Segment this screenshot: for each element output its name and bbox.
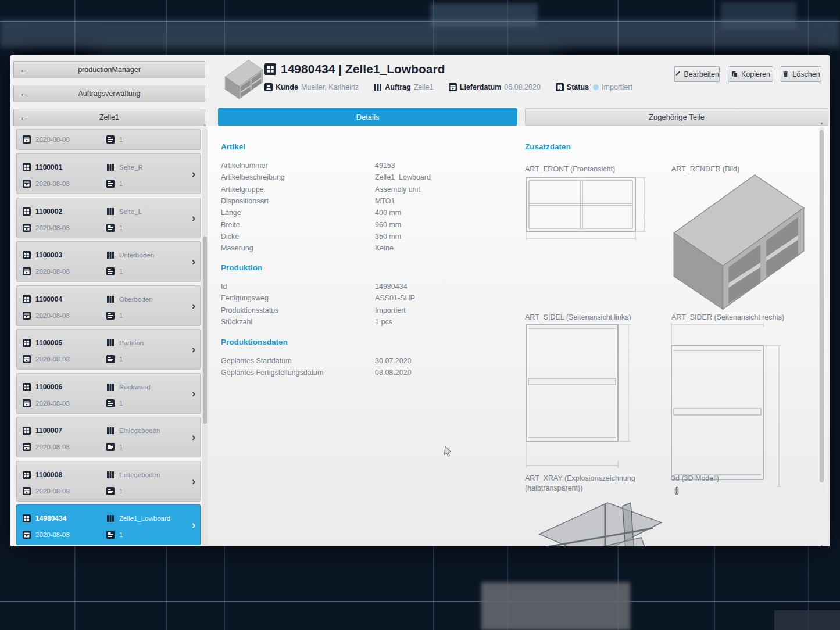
field-label: Dicke: [221, 232, 375, 241]
art-sidel-drawing: [525, 323, 644, 471]
content-scrollbar-thumb[interactable]: [820, 130, 824, 482]
nav-bar-auftragsverwaltung[interactable]: ← Auftragsverwaltung: [13, 85, 205, 102]
count-icon: [106, 312, 115, 320]
meta-value: Mueller, Karlheinz: [301, 83, 359, 91]
chevron-right-icon[interactable]: ›: [192, 299, 195, 312]
item-count: 1: [119, 356, 195, 363]
item-id: 1100003: [35, 251, 106, 259]
columns-icon: [106, 163, 115, 171]
attachment-paperclip-icon[interactable]: [673, 485, 681, 497]
list-item[interactable]: › 1100002 Seite_L 2020-08-08 1: [16, 198, 201, 238]
item-id: 1100002: [35, 207, 106, 216]
count-icon: [106, 224, 115, 232]
item-date: 2020-08-08: [35, 224, 106, 231]
item-id: 1100001: [35, 163, 106, 171]
field-value: 30.07.2020: [375, 357, 412, 365]
nav-bar-zelle1[interactable]: ← Zelle1: [13, 109, 205, 126]
columns-icon: [106, 471, 115, 479]
list-item-selected[interactable]: › 14980434 Zelle1_Lowboard 2020-08-08 1: [16, 504, 201, 545]
copy-icon: [731, 70, 738, 78]
figure-label-3d-model: 3d (3D Modell): [671, 474, 719, 484]
chevron-right-icon[interactable]: ›: [192, 519, 195, 531]
background-line: [0, 21, 840, 22]
chevron-right-icon[interactable]: ›: [192, 256, 195, 268]
edit-button[interactable]: Bearbeiten: [674, 66, 720, 82]
art-xray-drawing: [537, 498, 664, 546]
list-item-partial[interactable]: 2020-08-08 1: [16, 129, 201, 150]
background-band: [0, 20, 840, 48]
tab-related-parts[interactable]: Zugehörige Teile: [525, 108, 828, 126]
columns-icon: [106, 251, 115, 259]
field-value: 350 mm: [375, 232, 401, 241]
nav-bar-production-manager[interactable]: ← productionManager: [13, 61, 205, 78]
nav-label: Zelle1: [14, 113, 205, 121]
status-dot: [593, 84, 599, 90]
list-item[interactable]: › 1100004 Oberboden 2020-08-08 1: [16, 285, 201, 326]
grid-icon: [23, 427, 31, 435]
chevron-right-icon[interactable]: ›: [192, 212, 195, 224]
item-count: 1: [119, 531, 195, 538]
field-label: Id: [221, 282, 375, 291]
list-item[interactable]: › 1100008 Einlegeboden 2020-08-08 1: [16, 461, 201, 502]
field-value: Keine: [375, 244, 394, 252]
count-icon: [106, 135, 115, 144]
background-line: [0, 601, 840, 602]
delete-button[interactable]: Löschen: [781, 66, 821, 82]
meta-label: Kunde: [276, 83, 298, 91]
item-name: Oberboden: [119, 296, 195, 303]
list-item[interactable]: › 1100005 Partition 2020-08-08 1: [16, 329, 201, 370]
artikel-rows: Artikelnummer49153 ArtikelbeschreibungZe…: [221, 160, 431, 254]
calendar-icon: [23, 267, 31, 275]
chevron-right-icon[interactable]: ›: [192, 168, 195, 180]
field-label: Maserung: [221, 244, 375, 252]
field-value: 49153: [375, 162, 395, 170]
copy-button[interactable]: Kopieren: [728, 66, 773, 82]
content-scrollbar[interactable]: ▲ ▼: [819, 127, 824, 543]
count-icon: [106, 355, 115, 363]
sidebar-scrollbar-thumb[interactable]: [203, 237, 207, 424]
section-heading-produktion: Produktion: [221, 263, 262, 272]
field-value: 1 pcs: [375, 318, 392, 326]
field-label: Fertigungsweg: [221, 294, 375, 302]
item-count: 1: [119, 488, 195, 495]
item-name: Zelle1_Lowboard: [119, 515, 195, 522]
item-id: 1100008: [35, 471, 106, 479]
calendar-icon: [449, 83, 457, 91]
tab-details[interactable]: Details: [218, 108, 517, 126]
calendar-icon: [23, 487, 31, 495]
list-item[interactable]: › 1100001 Seite_R 2020-08-08 1: [16, 153, 201, 194]
figure-label-art-xray: ART_XRAY (Explosionszeichnung (halbtrans…: [525, 474, 659, 493]
chevron-right-icon[interactable]: ›: [192, 343, 195, 356]
list-item[interactable]: › 1100003 Unterboden 2020-08-08 1: [16, 241, 201, 282]
calendar-icon: [23, 135, 31, 144]
meta-value: Zelle1: [414, 83, 434, 91]
header-meta-row: Kunde Mueller, Karlheinz Auftrag Zelle1 …: [264, 83, 632, 91]
meta-label: Auftrag: [385, 83, 410, 91]
scroll-down-icon[interactable]: ▼: [820, 545, 824, 546]
columns-icon: [106, 383, 115, 391]
art-front-drawing: [525, 174, 648, 241]
scroll-up-icon[interactable]: ▲: [820, 121, 824, 125]
meta-label: Status: [567, 83, 589, 91]
field-label: Geplantes Fertigstellungsdatum: [221, 368, 375, 377]
sidebar-scrollbar[interactable]: ▲ ▼: [202, 129, 208, 545]
item-date: 2020-08-08: [35, 488, 106, 495]
chevron-right-icon[interactable]: ›: [192, 475, 195, 487]
grid-icon: [23, 207, 31, 216]
scroll-up-icon[interactable]: ▲: [203, 123, 207, 127]
list-item[interactable]: › 1100006 Rückwand 2020-08-08 1: [16, 373, 201, 414]
mouse-cursor: [444, 446, 453, 457]
meta-label: Lieferdatum: [460, 83, 502, 91]
grid-icon: [23, 339, 31, 347]
chevron-right-icon[interactable]: ›: [192, 431, 195, 443]
figure-label-art-front: ART_FRONT (Frontansicht): [525, 164, 615, 174]
count-icon: [106, 180, 115, 188]
page-title: 14980434 | Zelle1_Lowboard: [281, 62, 445, 76]
list-item[interactable]: › 1100007 Einlegeboden 2020-08-08 1: [16, 417, 201, 457]
item-id: 14980434: [35, 514, 106, 522]
tab-details-label: Details: [356, 113, 380, 121]
chevron-right-icon[interactable]: ›: [192, 387, 195, 399]
field-label: Breite: [221, 221, 375, 229]
count-icon: [106, 531, 115, 539]
item-name: Einlegeboden: [119, 427, 195, 434]
